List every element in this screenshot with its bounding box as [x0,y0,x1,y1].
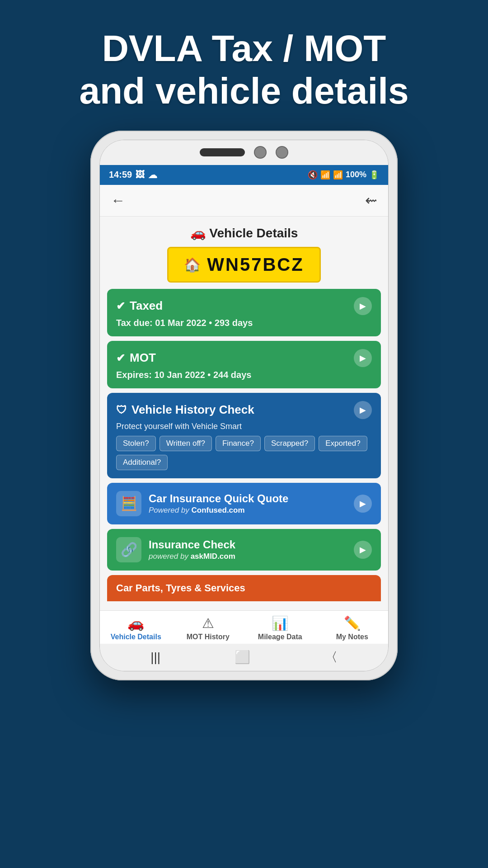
battery-icon: 🔋 [369,170,379,180]
gallery-icon: 🖼 [136,170,145,180]
page-header-title: DVLA Tax / MOT and vehicle details [79,27,408,113]
plate-number: WN57BCZ [207,255,304,275]
mot-card[interactable]: ✔ MOT ▶ Expires: 10 Jan 2022 • 244 days [107,341,381,388]
tag-additional[interactable]: Additional? [116,455,168,470]
app-toolbar: ← ⇜ [100,185,388,217]
status-time: 14:59 [109,170,132,180]
wifi-icon: 📶 [320,170,330,180]
vehicle-details-nav-label: Vehicle Details [111,633,161,641]
mot-title: MOT [130,351,156,365]
phone-btn-back[interactable]: 〈 [325,649,338,666]
history-tags: Stolen? Written off? Finance? Scrapped? … [116,436,372,470]
notes-nav-icon: ✏️ [344,615,361,631]
status-bar: 14:59 🖼 ☁ 🔇 📶 📶 100% 🔋 [100,165,388,185]
link-icon: 🔗 [116,537,141,562]
insurance-quote-sub: Powered by Confused.com [149,506,347,515]
nav-item-vehicle-details[interactable]: 🚗 Vehicle Details [100,615,172,641]
phone-top-bar [100,140,388,165]
taxed-card[interactable]: ✔ Taxed ▶ Tax due: 01 Mar 2022 • 293 day… [107,289,381,336]
tag-stolen[interactable]: Stolen? [116,436,156,451]
history-title: Vehicle History Check [131,403,254,417]
back-icon[interactable]: ← [111,192,125,209]
notes-nav-label: My Notes [336,633,368,641]
nav-item-mot-history[interactable]: ⚠ MOT History [172,615,244,641]
taxed-chevron[interactable]: ▶ [354,297,372,315]
phone-bottom-bar: ||| ⬜ 〈 [100,644,388,671]
insurance-check-sub: powered by askMID.com [149,552,347,561]
shield-icon: 🛡 [116,404,127,416]
insurance-check-title: Insurance Check [149,538,347,551]
page-header: DVLA Tax / MOT and vehicle details [43,0,445,131]
speaker-bar [200,148,245,156]
tag-scrapped[interactable]: Scrapped? [264,436,315,451]
share-icon[interactable]: ⇜ [365,192,377,209]
mot-history-nav-label: MOT History [187,633,230,641]
insurance-quote-title: Car Insurance Quick Quote [149,492,347,505]
nav-item-notes[interactable]: ✏️ My Notes [316,615,389,641]
taxed-sub: Tax due: 01 Mar 2022 • 293 days [116,318,372,328]
mot-chevron[interactable]: ▶ [354,349,372,367]
bottom-nav: 🚗 Vehicle Details ⚠ MOT History 📊 Mileag… [100,610,388,644]
mileage-nav-icon: 📊 [272,615,288,631]
camera-dot-2 [276,146,288,159]
battery-percent: 100% [346,170,366,179]
vehicle-details-title: 🚗 Vehicle Details [107,226,381,241]
mileage-nav-label: Mileage Data [258,633,302,641]
phone-btn-home[interactable]: ⬜ [235,650,250,665]
insurance-quote-chevron[interactable]: ▶ [354,495,372,513]
history-card[interactable]: 🛡 Vehicle History Check ▶ Protect yourse… [107,393,381,478]
history-sub: Protect yourself with Vehicle Smart [116,422,372,431]
camera-dot [254,146,267,159]
license-plate: 🏠 WN57BCZ [167,247,321,283]
tag-finance[interactable]: Finance? [216,436,261,451]
screen-content: 🚗 Vehicle Details 🏠 WN57BCZ ✔ Taxed ▶ Ta… [100,217,388,610]
vehicle-details-nav-icon: 🚗 [127,615,144,631]
tag-written-off[interactable]: Written off? [160,436,212,451]
calculator-icon: 🧮 [116,491,141,516]
signal-icon: 📶 [333,170,343,180]
mute-icon: 🔇 [308,170,318,180]
check-icon-tax: ✔ [116,300,125,312]
history-chevron[interactable]: ▶ [354,401,372,419]
check-icon-mot: ✔ [116,352,125,364]
mot-sub: Expires: 10 Jan 2022 • 244 days [116,370,372,380]
parts-card-partial[interactable]: Car Parts, Tyres & Services [107,575,381,601]
phone-mockup: 14:59 🖼 ☁ 🔇 📶 📶 100% 🔋 ← ⇜ 🚗 Vehicle Det… [90,131,398,680]
phone-btn-lines: ||| [150,650,160,665]
parts-title: Car Parts, Tyres & Services [116,582,372,594]
mot-history-nav-icon: ⚠ [202,615,214,631]
garage-icon: 🏠 [184,257,201,273]
insurance-check-chevron[interactable]: ▶ [354,541,372,559]
tag-exported[interactable]: Exported? [319,436,367,451]
insurance-check-card[interactable]: 🔗 Insurance Check powered by askMID.com … [107,529,381,571]
nav-item-mileage[interactable]: 📊 Mileage Data [244,615,316,641]
cloud-icon: ☁ [148,170,157,180]
insurance-quote-card[interactable]: 🧮 Car Insurance Quick Quote Powered by C… [107,483,381,524]
taxed-title: Taxed [130,299,163,313]
